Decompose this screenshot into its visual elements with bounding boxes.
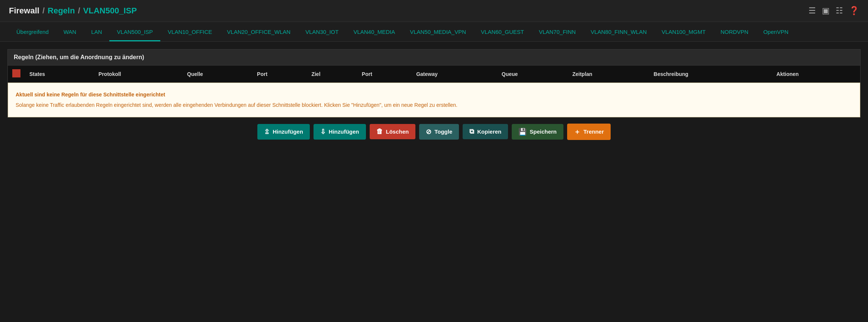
nav-tab-vlan50-media-vpn[interactable]: VLAN50_MEDIA_VPN: [402, 22, 473, 41]
col-beschreibung: Beschreibung: [649, 66, 772, 83]
warning-line1: Aktuell sind keine Regeln für diese Schn…: [16, 90, 852, 99]
col-port-src: Port: [253, 66, 307, 83]
rules-section-header: Regeln (Ziehen, um die Anordnung zu ände…: [7, 49, 861, 65]
nav-tab-lan[interactable]: LAN: [84, 22, 109, 41]
nav-tab-vlan80-finn-wlan[interactable]: VLAN80_FINN_WLAN: [583, 22, 654, 41]
brand-label: Firewall: [9, 6, 39, 16]
delete-icon: 🗑: [376, 128, 383, 136]
delete-button[interactable]: 🗑 Löschen: [370, 124, 416, 139]
save-button[interactable]: 💾 Speichern: [512, 124, 563, 140]
breadcrumb-regeln[interactable]: Regeln: [48, 6, 75, 16]
save-icon: 💾: [518, 128, 527, 136]
nav-tabs: ÜbergreifendWANLANVLAN500_ISPVLAN10_OFFI…: [9, 22, 859, 41]
col-quelle: Quelle: [183, 66, 253, 83]
breadcrumb: Firewall / Regeln / VLAN500_ISP: [9, 6, 137, 16]
nav-tab-vlan500-isp[interactable]: VLAN500_ISP: [109, 22, 160, 41]
toggle-icon: ⊘: [426, 128, 431, 136]
nav-tab--bergreifend[interactable]: Übergreifend: [9, 22, 56, 41]
nav-tab-wan[interactable]: WAN: [56, 22, 84, 41]
nav-tab-vlan100-mgmt[interactable]: VLAN100_MGMT: [654, 22, 713, 41]
nav-tab-vlan30-iot[interactable]: VLAN30_IOT: [298, 22, 346, 41]
add-bottom-icon: ⇩: [320, 128, 326, 136]
col-zeitplan: Zeitplan: [568, 66, 649, 83]
nav-tab-nordvpn[interactable]: NORDVPN: [713, 22, 756, 41]
header-icons: ☰ ▣ ☷ ❓: [808, 6, 859, 16]
add-top-icon: ⇫: [264, 128, 270, 136]
add-bottom-button[interactable]: ⇩ Hinzufügen: [314, 124, 366, 140]
sep2: /: [78, 6, 80, 16]
breadcrumb-vlan[interactable]: VLAN500_ISP: [83, 6, 137, 16]
col-aktionen: Aktionen: [772, 66, 861, 83]
add-top-button[interactable]: ⇫ Hinzufügen: [257, 124, 310, 140]
select-all-checkbox[interactable]: [12, 69, 20, 77]
toggle-button[interactable]: ⊘ Toggle: [419, 124, 459, 140]
nav-tab-openvpn[interactable]: OpenVPN: [756, 22, 796, 41]
toolbar: ⇫ Hinzufügen ⇩ Hinzufügen 🗑 Löschen ⊘ To…: [0, 118, 868, 146]
nav-tab-vlan10-office[interactable]: VLAN10_OFFICE: [160, 22, 219, 41]
col-queue: Queue: [497, 66, 568, 83]
rules-table: States Protokoll Quelle Port Ziel Port G…: [7, 65, 861, 118]
col-states: States: [25, 66, 94, 83]
separator-button[interactable]: ＋ Trenner: [567, 124, 611, 140]
nav-tab-vlan60-guest[interactable]: VLAN60_GUEST: [473, 22, 531, 41]
warning-box: Aktuell sind keine Regeln für diese Schn…: [8, 83, 860, 117]
chart-icon[interactable]: ▣: [822, 6, 830, 16]
main-content: Regeln (Ziehen, um die Anordnung zu ände…: [0, 42, 868, 118]
help-icon[interactable]: ❓: [849, 6, 859, 16]
nav-tab-vlan40-media[interactable]: VLAN40_MEDIA: [346, 22, 402, 41]
copy-icon: ⧉: [469, 128, 474, 136]
col-gateway: Gateway: [412, 66, 497, 83]
table-icon[interactable]: ☷: [836, 6, 843, 16]
col-port-dst: Port: [357, 66, 412, 83]
header: Firewall / Regeln / VLAN500_ISP ☰ ▣ ☷ ❓: [0, 0, 868, 22]
nav-tab-vlan70-finn[interactable]: VLAN70_FINN: [531, 22, 583, 41]
warning-line2: Solange keine Traffic erlaubenden Regeln…: [16, 101, 852, 109]
sep1: /: [42, 6, 45, 16]
col-checkbox: [8, 66, 25, 83]
list-icon[interactable]: ☰: [808, 6, 816, 16]
separator-icon: ＋: [574, 127, 581, 136]
copy-button[interactable]: ⧉ Kopieren: [463, 124, 508, 139]
col-ziel: Ziel: [307, 66, 357, 83]
col-protokoll: Protokoll: [94, 66, 183, 83]
nav-tab-vlan20-office-wlan[interactable]: VLAN20_OFFICE_WLAN: [219, 22, 298, 41]
nav-area: ÜbergreifendWANLANVLAN500_ISPVLAN10_OFFI…: [0, 22, 868, 42]
